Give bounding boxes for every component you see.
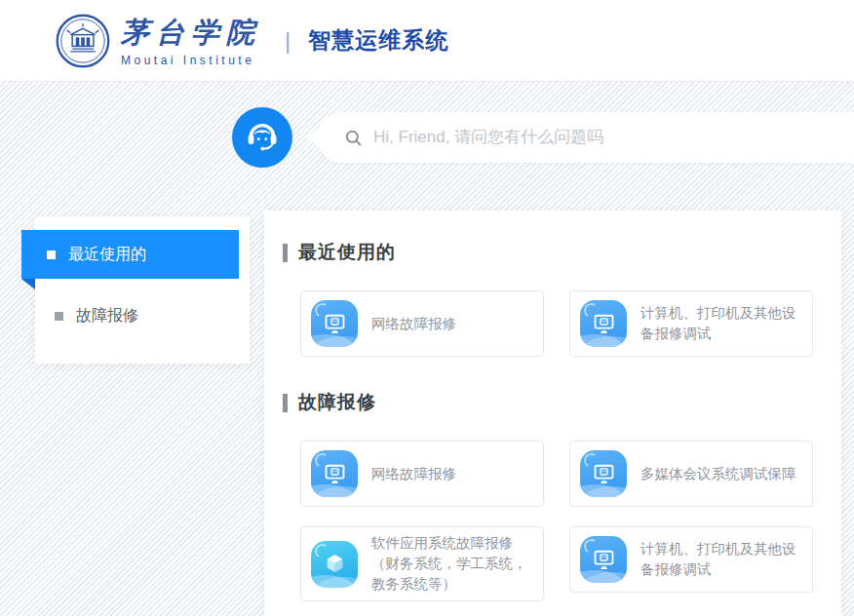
sidebar-item-label: 最近使用的 xyxy=(68,245,146,265)
app-header: 茅台学院 Moutai Institute | 智慧运维系统 xyxy=(0,0,854,82)
title-bar-icon xyxy=(283,394,288,412)
system-title: 智慧运维系统 xyxy=(308,25,448,56)
monitor-icon xyxy=(580,300,627,347)
monitor-icon xyxy=(580,536,627,583)
square-bullet-icon xyxy=(47,250,56,259)
main-area: 最近使用的 故障报修 最近使用的 xyxy=(35,211,841,616)
assistant-search-section xyxy=(0,82,854,168)
sidebar: 最近使用的 故障报修 xyxy=(35,216,250,364)
service-card-computer-printer[interactable]: 计算机、打印机及其他设备报修调试 xyxy=(569,526,813,593)
square-bullet-icon xyxy=(55,312,63,321)
monitor-icon xyxy=(311,300,358,347)
customer-service-avatar[interactable] xyxy=(232,107,292,168)
card-label: 计算机、打印机及其他设备报修调试 xyxy=(640,539,800,580)
card-grid: 网络故障报修 计算机、打印机及其他设备报修调试 xyxy=(300,290,814,357)
search-icon xyxy=(344,129,363,147)
cube-icon xyxy=(311,541,358,588)
card-label: 网络故障报修 xyxy=(371,314,456,334)
sidebar-item-label: 故障报修 xyxy=(76,306,138,327)
service-card-multimedia-conference[interactable]: 多媒体会议系统调试保障 xyxy=(569,441,813,507)
logo-en-text: Moutai Institute xyxy=(121,54,261,67)
service-card-computer-printer[interactable]: 计算机、打印机及其他设备报修调试 xyxy=(569,290,813,357)
card-label: 网络故障报修 xyxy=(371,464,456,484)
monitor-icon xyxy=(580,450,627,497)
service-card-software-systems[interactable]: 软件应用系统故障报修（财务系统，学工系统，教务系统等） xyxy=(300,526,544,601)
service-card-network-repair[interactable]: 网络故障报修 xyxy=(300,290,544,357)
logo-cn-text: 茅台学院 xyxy=(121,14,261,53)
search-input[interactable] xyxy=(373,128,815,147)
monitor-icon xyxy=(311,450,358,497)
speech-bubble-tail xyxy=(306,128,319,147)
section-title-text: 最近使用的 xyxy=(298,240,396,265)
logo: 茅台学院 Moutai Institute xyxy=(121,14,261,67)
card-label: 软件应用系统故障报修（财务系统，学工系统，教务系统等） xyxy=(371,533,531,595)
service-card-network-repair[interactable]: 网络故障报修 xyxy=(300,441,544,507)
sidebar-item-recently-used[interactable]: 最近使用的 xyxy=(21,230,239,279)
sidebar-item-fault-repair[interactable]: 故障报修 xyxy=(35,291,250,340)
headset-person-icon xyxy=(241,116,284,159)
section-title: 故障报修 xyxy=(283,390,814,415)
search-bar[interactable] xyxy=(317,112,854,163)
header-divider: | xyxy=(285,27,291,55)
card-label: 多媒体会议系统调试保障 xyxy=(640,464,796,484)
title-bar-icon xyxy=(283,244,288,262)
section-title-text: 故障报修 xyxy=(298,390,376,415)
section-title: 最近使用的 xyxy=(283,240,814,265)
section-fault-repair: 故障报修 网络故障报修 xyxy=(283,390,814,601)
content-panel: 最近使用的 网络故障报修 xyxy=(264,211,841,616)
section-recently-used: 最近使用的 网络故障报修 xyxy=(283,240,814,357)
school-emblem-logo xyxy=(55,13,111,69)
card-grid: 网络故障报修 多媒体会议系统调试保障 xyxy=(300,441,814,601)
card-label: 计算机、打印机及其他设备报修调试 xyxy=(640,303,800,344)
